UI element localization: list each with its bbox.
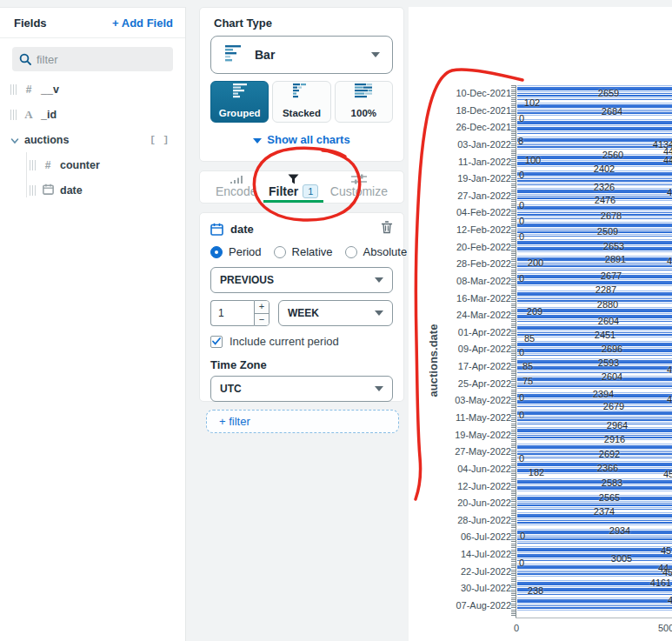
bar-value-label: 0 <box>519 347 524 357</box>
bar-value-label: 0 <box>519 392 524 403</box>
y-tick-label: 27-May-2022 <box>455 446 511 457</box>
stepper-decrement-button[interactable]: − <box>255 314 269 326</box>
drag-handle[interactable] <box>30 185 36 196</box>
y-tick-label: 28-Feb-2022 <box>456 258 511 269</box>
number-icon: # <box>41 159 55 171</box>
bar-value-label: 2509 <box>597 226 618 237</box>
bar-group[interactable] <box>517 427 672 442</box>
bar-value-label: 2696 <box>602 344 622 354</box>
radio-relative[interactable]: Relative <box>274 245 333 258</box>
bar-group[interactable] <box>517 376 672 391</box>
bar-value-label: 0 <box>519 273 524 284</box>
y-tick-label: 26-Dec-2021 <box>456 122 511 132</box>
timezone-dropdown[interactable]: UTC <box>210 376 393 402</box>
add-filter-button[interactable]: + filter <box>206 410 399 433</box>
variant-button-stacked[interactable]: Stacked <box>272 81 330 123</box>
y-tick-label: 19-May-2022 <box>455 430 511 440</box>
bar-value-label: 0 <box>519 216 524 226</box>
chevron-down-icon <box>375 277 383 283</box>
y-tick-label: 04-Feb-2022 <box>456 207 511 217</box>
amount-input[interactable] <box>210 300 254 326</box>
radio-period[interactable]: Period <box>210 245 262 258</box>
bar-value-label: 2593 <box>598 357 619 368</box>
bar-group[interactable] <box>517 103 672 117</box>
chart-type-dropdown[interactable]: Bar <box>210 36 393 74</box>
bar-group[interactable] <box>517 341 672 356</box>
bar-value-label: 75 <box>522 376 533 386</box>
field-row-date[interactable]: date <box>30 181 176 200</box>
bar-group[interactable] <box>517 358 672 373</box>
y-tick-label: 12-Feb-2022 <box>456 224 511 235</box>
bar-group[interactable] <box>517 85 672 100</box>
chart-preview: auctions.date 10-Dec-202118-Dec-202126-D… <box>409 7 672 641</box>
bar-value-label: 182 <box>529 467 544 477</box>
bar-group[interactable] <box>517 478 672 493</box>
period-dropdown[interactable]: PREVIOUS <box>210 267 393 293</box>
show-all-charts-link[interactable]: Show all charts <box>200 133 403 146</box>
fields-panel: Fields + Add Field #__vA_idauctions[ ]#c… <box>0 7 186 641</box>
bar-group[interactable] <box>517 529 672 544</box>
field-search-box[interactable] <box>12 47 173 71</box>
sliders-icon <box>351 174 367 184</box>
radio-absolute[interactable]: Absolute <box>345 245 408 258</box>
mini-bar-chart-icon <box>230 82 250 106</box>
bar-value-label: 2934 <box>609 525 630 536</box>
x-tick-label: 5000 <box>658 623 672 633</box>
drag-handle[interactable] <box>10 110 17 120</box>
bar-group[interactable] <box>517 564 672 578</box>
y-tick-label: 01-Apr-2022 <box>458 327 511 337</box>
trash-icon[interactable] <box>381 221 393 237</box>
bar-group[interactable] <box>517 546 672 561</box>
variant-button-grouped[interactable]: Grouped <box>210 81 269 123</box>
bar-value-label: 0 <box>519 231 524 242</box>
bar-value-label: 2653 <box>603 241 624 251</box>
bar-value-label: 2679 <box>603 401 624 411</box>
bar-group[interactable] <box>517 222 672 237</box>
bar-value-label: 0 <box>519 558 524 568</box>
y-tick-label: 20-Jun-2022 <box>457 497 511 508</box>
bar-value-label: 4 <box>667 187 672 197</box>
bar-group[interactable] <box>517 137 672 151</box>
drag-handle[interactable] <box>10 84 17 95</box>
tab-encode[interactable]: Encode <box>212 171 260 203</box>
bar-chart-icon <box>223 43 243 66</box>
y-tick-label: 10-Dec-2021 <box>456 88 511 98</box>
bar-group[interactable] <box>517 239 672 254</box>
field-row-counter[interactable]: #counter <box>30 156 176 175</box>
bar-group[interactable] <box>517 598 672 612</box>
funnel-icon <box>288 174 299 184</box>
x-axis-line <box>516 618 672 618</box>
chevron-down-icon <box>375 310 383 316</box>
field-row-auctions[interactable]: auctions[ ] <box>10 130 176 150</box>
y-axis-line <box>516 85 516 618</box>
y-tick-label: 07-Aug-2022 <box>456 600 511 611</box>
drag-handle[interactable] <box>30 160 36 170</box>
variant-button-100pct[interactable]: 100% <box>335 81 393 123</box>
bar-group[interactable] <box>517 410 672 424</box>
tab-filter[interactable]: Filter1 <box>265 171 322 203</box>
stepper-increment-button[interactable]: + <box>255 301 269 314</box>
radio-icon <box>210 246 223 258</box>
bar-value-label: 3005 <box>611 553 632 564</box>
bar-group[interactable] <box>517 204 672 219</box>
unit-dropdown[interactable]: WEEK <box>278 300 393 326</box>
include-current-period-checkbox[interactable]: Include current period <box>200 326 403 348</box>
add-field-button[interactable]: + Add Field <box>112 17 173 30</box>
tab-customize[interactable]: Customize <box>327 171 391 203</box>
bar-group[interactable] <box>517 444 672 458</box>
amount-stepper: + − <box>254 300 269 326</box>
tab-bar: Encode Filter1 Customize <box>199 170 404 204</box>
field-row-_id[interactable]: A_id <box>10 105 176 124</box>
field-search-input[interactable] <box>37 53 158 66</box>
y-tick-label: 22-Jul-2022 <box>461 566 511 577</box>
period-mode-radios: Period Relative Absolute <box>200 237 403 258</box>
bar-group[interactable] <box>517 119 672 134</box>
chevron-down-icon <box>10 136 19 144</box>
y-tick-label: 12-Jun-2022 <box>457 481 511 491</box>
filter-field-row: date <box>200 213 403 237</box>
x-tick-label: 0 <box>514 623 519 633</box>
field-row-__v[interactable]: #__v <box>10 80 176 99</box>
bar-value-label: 2451 <box>595 330 615 340</box>
bar-value-label: 2394 <box>593 389 614 399</box>
checkbox-checked-icon <box>210 336 223 348</box>
